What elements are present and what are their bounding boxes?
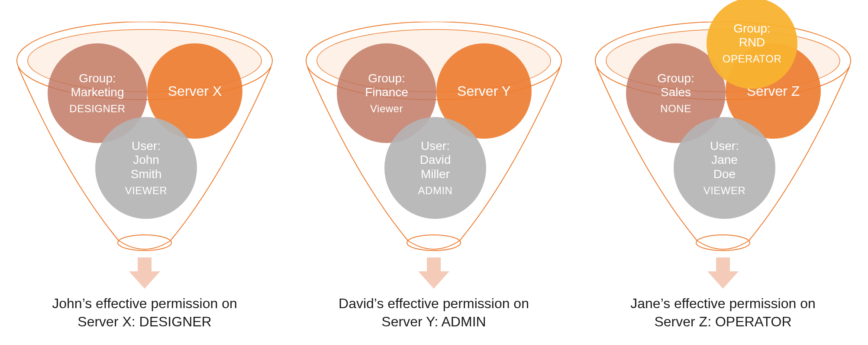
group-role: NONE	[660, 103, 691, 115]
user-lastname: Doe	[713, 167, 736, 181]
server-name: Server X	[168, 83, 222, 99]
group-name: Finance	[365, 85, 408, 99]
user-firstname: John	[133, 153, 159, 167]
effective-permission-caption: John’s effective permission on Server X:…	[0, 295, 289, 331]
caption-line2: Server X: DESIGNER	[77, 314, 211, 329]
group-label: Group:	[657, 72, 694, 85]
group-label: Group:	[368, 72, 405, 85]
down-arrow-icon	[416, 256, 451, 290]
user-bubble: User: Jane Doe VIEWER	[674, 117, 775, 219]
user-role: VIEWER	[703, 185, 746, 197]
caption-line1: Jane’s effective permission on	[630, 296, 816, 311]
caption-line1: John’s effective permission on	[52, 296, 237, 311]
extra-group-name: RND	[739, 36, 765, 49]
caption-line1: David’s effective permission on	[339, 296, 529, 311]
user-bubble: User: John Smith VIEWER	[95, 117, 197, 219]
group-label: Group:	[79, 72, 116, 85]
group-role: Viewer	[370, 103, 403, 115]
user-role: VIEWER	[125, 185, 168, 197]
effective-permission-caption: David’s effective permission on Server Y…	[289, 295, 578, 331]
down-arrow-icon	[127, 256, 162, 290]
user-label: User:	[421, 139, 450, 153]
user-bubble: User: David Miller ADMIN	[384, 117, 486, 219]
svg-point-8	[696, 235, 750, 251]
funnel-panel-jane: Group: RND OPERATOR Group: Sales NONE Se…	[578, 0, 868, 345]
svg-point-2	[118, 235, 171, 251]
user-label: User:	[132, 139, 161, 153]
user-lastname: Smith	[131, 167, 162, 181]
user-lastname: Miller	[421, 167, 450, 181]
caption-line2: Server Z: OPERATOR	[654, 314, 791, 329]
funnel-panel-john: Group: Marketing DESIGNER Server X User:…	[0, 0, 289, 345]
user-role: ADMIN	[418, 185, 453, 197]
caption-line2: Server Y: ADMIN	[381, 314, 486, 329]
svg-point-5	[407, 235, 461, 251]
user-firstname: Jane	[711, 153, 738, 167]
group-role: DESIGNER	[69, 103, 125, 115]
diagram-stage: Group: Marketing DESIGNER Server X User:…	[0, 0, 868, 345]
extra-group-role: OPERATOR	[723, 53, 781, 65]
extra-group-label: Group:	[733, 22, 771, 36]
effective-permission-caption: Jane’s effective permission on Server Z:…	[578, 295, 868, 331]
funnel-panel-david: Group: Finance Viewer Server Y User: Dav…	[289, 0, 578, 345]
user-firstname: David	[420, 153, 451, 167]
down-arrow-icon	[706, 256, 740, 290]
user-label: User:	[710, 139, 739, 153]
server-name: Server Y	[457, 83, 511, 99]
extra-group-bubble: Group: RND OPERATOR	[707, 0, 797, 89]
group-name: Sales	[661, 85, 691, 99]
group-name: Marketing	[71, 85, 124, 99]
